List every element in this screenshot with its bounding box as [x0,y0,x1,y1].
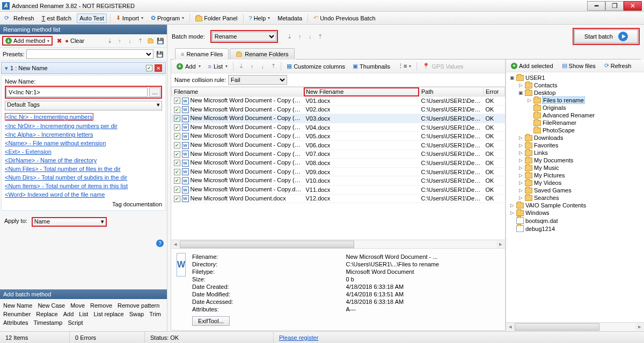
add-selected-button[interactable]: +Add selected [509,62,555,70]
folder-tree[interactable]: ▣USER1▷Contacts▣Desktop▷Files to renameO… [506,72,644,322]
tree-node[interactable]: ▷Links [506,149,644,156]
table-row[interactable]: ✔WNew Microsoft Word Document - Copy (11… [172,105,505,114]
tree-node[interactable]: debug1214 [506,225,644,233]
tree-node[interactable]: ▷Downloads [506,134,644,141]
tag-link[interactable]: <Word> Indexed word of the file name [5,191,105,198]
tree-node[interactable]: bootsqm.dat [506,217,644,225]
tree-node[interactable]: FileRenamer [506,119,644,126]
batch-method-button[interactable]: Swap [129,311,144,317]
batch-method-button[interactable]: Trim [149,311,161,317]
tree-node[interactable]: ▣Desktop [506,89,644,96]
tree-node[interactable]: ▷VAIO Sample Contents [506,202,644,209]
refresh-button[interactable]: ⟳Refresh [2,13,36,23]
tab-rename-folders[interactable]: Rename Folders [230,48,294,59]
batch-method-button[interactable]: Replace [36,311,57,317]
col-filename[interactable]: Filename [172,87,304,96]
start-batch-button[interactable]: Start batch [574,29,638,43]
sm-btn-6[interactable]: 💾 [156,36,165,45]
tree-node[interactable]: ▷My Documents [506,156,644,164]
metadata-button[interactable]: Metadata [275,14,304,23]
tree-node[interactable]: ▷My Videos [506,179,644,187]
batch-method-button[interactable]: Add [63,311,74,317]
col-b3[interactable]: ↓ [258,62,267,71]
tag-link[interactable]: <Name> - File name without extension [5,140,106,146]
tree-node[interactable]: ▷Windows [506,209,644,217]
default-tags-combo[interactable]: Default Tags▾ [5,101,162,110]
batch-method-button[interactable]: Remove [90,302,112,309]
tree-refresh-button[interactable]: ⟳Refresh [602,61,634,70]
batch-method-button[interactable]: New Name [3,302,32,309]
tag-link[interactable]: <Num Dirs> - Total number of subdirs in … [5,174,127,181]
batch-method-button[interactable]: List replace [93,311,123,317]
presets-save[interactable]: 💾 [156,50,164,58]
tree-node[interactable]: ▷My Music [506,164,644,172]
sm-btn-4[interactable]: ⇡ [136,36,144,45]
tree-node[interactable]: ▷My Pictures [506,172,644,179]
col-b2[interactable]: ↑ [247,62,256,71]
applyto-combo[interactable]: Name▾ [32,217,107,227]
help-button[interactable]: ?Help▾ [247,14,273,23]
batch-method-button[interactable]: Renumber [3,311,31,317]
opts-button[interactable]: ⋮≡▾ [396,62,413,71]
bm-b2[interactable]: ↑ [296,32,304,41]
table-row[interactable]: ✔WNew Microsoft Word Document - Copy (8)… [172,167,505,176]
tree-node[interactable]: ▷Contacts [506,81,644,89]
minimize-button[interactable]: ━ [587,1,605,11]
sm-btn-1[interactable]: ⇣ [105,36,114,45]
col-path[interactable]: Path [419,87,484,96]
tree-node[interactable]: ▷Saved Games [506,187,644,194]
sm-btn-2[interactable]: ↑ [115,36,124,45]
bm-b1[interactable]: ⇣ [286,32,294,41]
gps-button[interactable]: 📍GPS Values [420,62,465,71]
help-icon[interactable]: ? [156,240,164,247]
sm-btn-5[interactable] [146,36,155,45]
bm-b4[interactable]: ⇡ [316,32,325,41]
tag-link[interactable]: <Inc NrDir> - Incrementing numbers per d… [5,123,118,129]
method-enabled-check[interactable]: ✔ [146,65,152,71]
batch-method-button[interactable]: Attributes [3,319,28,326]
auto-test-button[interactable]: Auto Test [77,13,107,23]
tag-doc-link[interactable]: Tag documentation [112,201,162,207]
tree-node[interactable]: ▷Favorites [506,141,644,149]
tree-h-scroll[interactable]: ◂▸ [506,322,644,331]
folder-panel-button[interactable]: Folder Panel [193,14,239,23]
sm-btn-3[interactable]: ↓ [126,36,134,45]
table-row[interactable]: ✔WNew Microsoft Word Document - Copy (4)… [172,132,505,141]
collision-combo[interactable]: Fail [228,75,287,85]
col-new-filename[interactable]: New Filename [304,87,419,96]
table-row[interactable]: ✔WNew Microsoft Word Document - Copy (5)… [172,140,505,150]
batch-method-button[interactable]: List [79,311,88,317]
tag-link[interactable]: <Num Items> - Total number of items in t… [5,183,128,189]
col-error[interactable]: Error [484,87,505,96]
register-link[interactable]: Please register [279,334,318,341]
table-row[interactable]: ✔WNew Microsoft Word Document - Copy (2)… [172,114,505,123]
undo-button[interactable]: ↶Undo Previous Batch [311,13,377,23]
batch-method-button[interactable]: Remove pattern [118,302,159,309]
batch-method-button[interactable]: New Case [38,302,65,309]
tree-node[interactable]: ▷Searches [506,194,644,202]
show-files-button[interactable]: ▤Show files [560,61,598,70]
customize-cols-button[interactable]: ▦Customize columns [284,62,347,71]
newname-input[interactable] [6,87,148,97]
thumbnails-button[interactable]: ▣Thumbnails [350,62,392,71]
batch-method-button[interactable]: Script [68,319,83,326]
tag-link[interactable]: <Num Files> - Total number of files in t… [5,166,121,172]
tag-link[interactable]: <Inc Alpha> - Incrementing letters [5,131,93,138]
presets-combo[interactable] [26,49,153,59]
table-row[interactable]: ✔WNew Microsoft Word Document - Copy (9)… [172,176,505,185]
newname-browse[interactable]: … [149,87,160,97]
table-row[interactable]: ✔WNew Microsoft Word Document - Copy (3)… [172,123,505,132]
test-batch-button[interactable]: Test Batch [40,14,74,23]
col-b1[interactable]: ⇣ [237,62,245,71]
table-row[interactable]: ✔WNew Microsoft Word Document - Copy (7)… [172,159,505,168]
close-button[interactable]: ✕ [624,1,642,11]
tree-node[interactable]: ▷Files to rename [506,96,644,104]
tree-node[interactable]: PhotoScape [506,126,644,134]
add-files-button[interactable]: +Add▾ [174,62,203,71]
tab-rename-files[interactable]: ≡Rename Files [175,48,229,59]
method-close[interactable]: ✕ [155,64,162,72]
method-header[interactable]: ▾ 1 : New Name ✔ ✕ [1,62,166,74]
tree-node[interactable]: Advanced Renamer [506,111,644,119]
list-button[interactable]: ≡List▾ [206,62,230,71]
add-method-button[interactable]: +Add method▾ [2,36,53,46]
